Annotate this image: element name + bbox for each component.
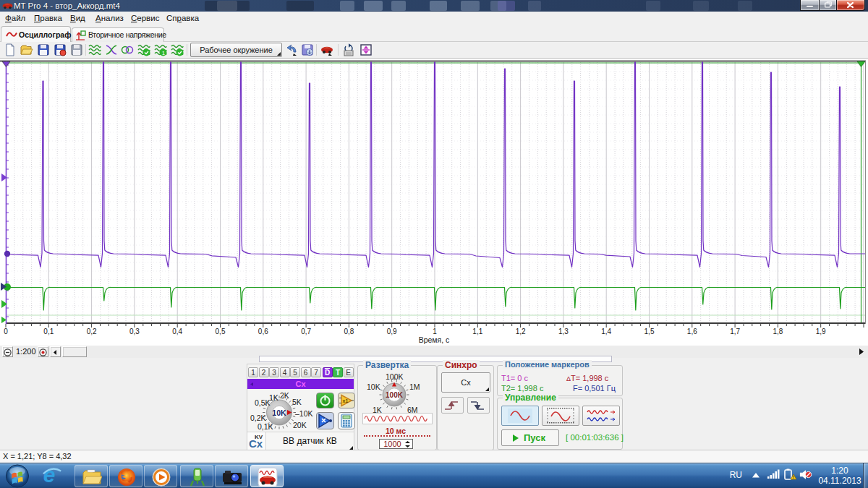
svg-text:0,2: 0,2 [87, 328, 97, 335]
svg-text:1: 1 [433, 328, 437, 335]
svg-text:1,3: 1,3 [558, 328, 569, 335]
svg-text:x1: x1 [343, 398, 349, 403]
svg-text:1,9: 1,9 [816, 328, 826, 335]
svg-text:1,4: 1,4 [601, 328, 611, 335]
svg-text:1,7: 1,7 [730, 328, 740, 335]
svg-text:0,9: 0,9 [387, 328, 397, 335]
svg-text:0,5: 0,5 [216, 328, 226, 335]
svg-text:0,3: 0,3 [129, 328, 140, 335]
svg-text:0: 0 [4, 328, 8, 335]
svg-text:1,8: 1,8 [773, 328, 783, 335]
svg-text:1,6: 1,6 [687, 328, 697, 335]
svg-text:0,8: 0,8 [344, 328, 354, 335]
svg-text:0,7: 0,7 [301, 328, 311, 335]
svg-text:1,1: 1,1 [472, 328, 482, 335]
svg-text:!: ! [793, 475, 794, 479]
svg-text:KV: KV [255, 434, 263, 440]
svg-text:0,6: 0,6 [258, 328, 268, 335]
svg-text:Время, с: Время, с [419, 335, 450, 344]
svg-text:1,2: 1,2 [516, 328, 526, 335]
svg-text:0,1: 0,1 [43, 328, 54, 335]
svg-text:1: 1 [162, 50, 166, 56]
svg-text:0,4: 0,4 [172, 328, 182, 335]
svg-text:1,5: 1,5 [644, 328, 655, 335]
